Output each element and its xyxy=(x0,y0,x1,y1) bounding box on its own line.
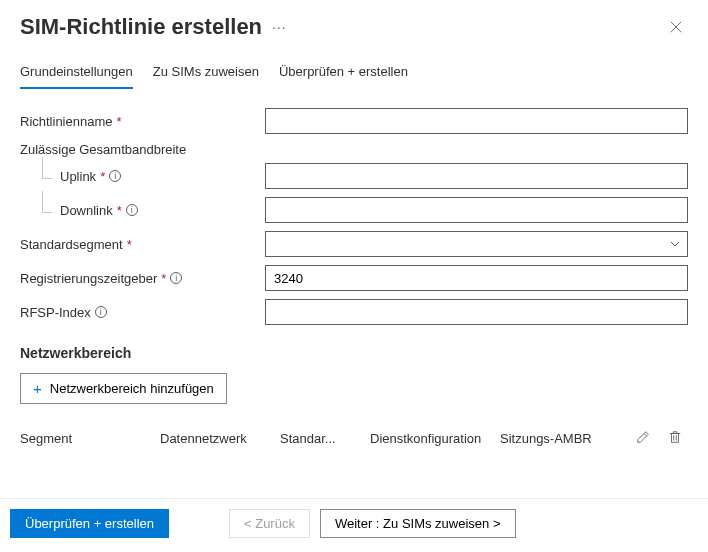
column-session-ambr[interactable]: Sitzungs-AMBR xyxy=(500,431,610,446)
column-data-network[interactable]: Datennetzwerk xyxy=(160,431,280,446)
column-segment[interactable]: Segment xyxy=(20,431,160,446)
more-actions-button[interactable]: ··· xyxy=(272,19,287,35)
downlink-label: Downlink* i xyxy=(20,203,265,218)
add-network-scope-button[interactable]: + Netzwerkbereich hinzufügen xyxy=(20,373,227,404)
registration-timer-input[interactable] xyxy=(265,265,688,291)
back-button: < Zurück xyxy=(229,509,310,538)
tab-basics[interactable]: Grundeinstellungen xyxy=(20,58,133,89)
info-icon[interactable]: i xyxy=(109,170,121,182)
default-segment-select[interactable] xyxy=(265,231,688,257)
close-button[interactable] xyxy=(664,15,688,39)
rfsp-index-input[interactable] xyxy=(265,299,688,325)
plus-icon: + xyxy=(33,380,42,397)
uplink-input[interactable] xyxy=(265,163,688,189)
info-icon[interactable]: i xyxy=(95,306,107,318)
default-segment-label: Standardsegment* xyxy=(20,237,265,252)
next-button[interactable]: Weiter : Zu SIMs zuweisen > xyxy=(320,509,516,538)
network-scope-title: Netzwerkbereich xyxy=(20,345,688,361)
tree-connector-icon xyxy=(42,191,52,213)
tab-bar: Grundeinstellungen Zu SIMs zuweisen Über… xyxy=(0,48,708,90)
column-service-config[interactable]: Dienstkonfiguration xyxy=(370,431,500,446)
info-icon[interactable]: i xyxy=(170,272,182,284)
trash-icon xyxy=(668,430,682,444)
tree-connector-icon xyxy=(42,157,52,179)
delete-button[interactable] xyxy=(666,428,684,449)
registration-timer-label: Registrierungszeitgeber* i xyxy=(20,271,265,286)
svg-line-2 xyxy=(644,434,647,437)
policy-name-label: Richtlinienname* xyxy=(20,114,265,129)
tab-assign-sims[interactable]: Zu SIMs zuweisen xyxy=(153,58,259,89)
page-title: SIM-Richtlinie erstellen xyxy=(20,14,262,40)
close-icon xyxy=(669,20,683,34)
edit-button[interactable] xyxy=(634,428,652,449)
downlink-input[interactable] xyxy=(265,197,688,223)
rfsp-index-label: RFSP-Index i xyxy=(20,305,265,320)
tab-review-create[interactable]: Überprüfen + erstellen xyxy=(279,58,408,89)
bandwidth-group-label: Zulässige Gesamtbandbreite xyxy=(20,142,688,157)
network-scope-table: Segment Datennetzwerk Standar... Dienstk… xyxy=(20,428,688,449)
uplink-label: Uplink* i xyxy=(20,169,265,184)
info-icon[interactable]: i xyxy=(126,204,138,216)
pencil-icon xyxy=(636,430,650,444)
column-standard[interactable]: Standar... xyxy=(280,431,370,446)
svg-rect-3 xyxy=(672,434,679,443)
footer-bar: Überprüfen + erstellen < Zurück Weiter :… xyxy=(0,498,708,552)
review-create-button[interactable]: Überprüfen + erstellen xyxy=(10,509,169,538)
policy-name-input[interactable] xyxy=(265,108,688,134)
